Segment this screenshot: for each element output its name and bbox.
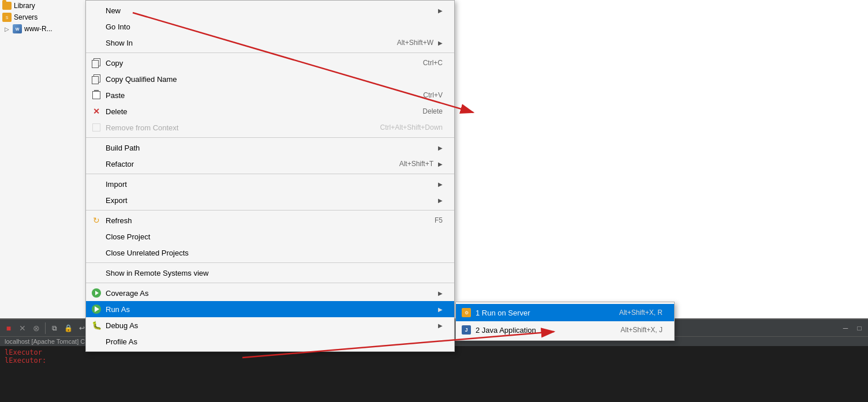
delete-shortcut: Delete xyxy=(422,107,443,115)
maximize-button[interactable]: □ xyxy=(853,322,866,335)
tree-item-www[interactable]: ▷ W www-R... xyxy=(0,23,89,35)
close-project-icon xyxy=(91,231,102,242)
console-line-2: lExecutor: xyxy=(5,356,863,365)
disconnect2-icon: ⊗ xyxy=(33,324,40,333)
separator-2 xyxy=(86,137,454,138)
export-icon xyxy=(91,194,102,206)
menu-close-unrelated-label: Close Unrelated Projects xyxy=(106,249,443,257)
run-on-server-shortcut: Alt+Shift+X, R xyxy=(619,309,663,317)
menu-item-close-project[interactable]: Close Project xyxy=(86,228,454,245)
submenu-item-run-on-server[interactable]: ⚙ 1 Run on Server Alt+Shift+X, R xyxy=(456,304,674,321)
menu-item-delete[interactable]: ✕ Delete Delete xyxy=(86,103,454,119)
run-as-submenu: ⚙ 1 Run on Server Alt+Shift+X, R J 2 Jav… xyxy=(455,302,675,341)
menu-item-export[interactable]: Export ▶ xyxy=(86,192,454,208)
refactor-shortcut: Alt+Shift+T xyxy=(399,160,433,168)
menu-item-new[interactable]: New ▶ xyxy=(86,2,454,18)
tree-item-library-label: Library xyxy=(14,2,35,10)
menu-profile-as-label: Profile As xyxy=(106,337,443,346)
close-unrelated-icon xyxy=(91,247,102,258)
copy-console-button[interactable]: ⧉ xyxy=(48,322,61,335)
menu-paste-label: Paste xyxy=(106,91,406,100)
refactor-arrow-icon: ▶ xyxy=(438,161,443,167)
menu-copy-label: Copy xyxy=(106,59,406,67)
run-on-server-icon: ⚙ xyxy=(461,307,472,318)
build-path-arrow-icon: ▶ xyxy=(438,145,443,151)
menu-item-run-as[interactable]: Run As ▶ xyxy=(86,301,454,317)
show-in-icon xyxy=(91,37,102,48)
tree-item-library[interactable]: Library xyxy=(0,0,89,12)
remove-context-shortcut: Ctrl+Alt+Shift+Down xyxy=(380,123,443,132)
delete-icon: ✕ xyxy=(91,106,102,117)
menu-item-profile-as[interactable]: Profile As xyxy=(86,333,454,350)
menu-refresh-label: Refresh xyxy=(106,216,417,225)
menu-item-refactor[interactable]: Refactor Alt+Shift+T ▶ xyxy=(86,156,454,172)
menu-remove-context-label: Remove from Context xyxy=(106,123,363,132)
export-arrow-icon: ▶ xyxy=(438,197,443,204)
menu-delete-label: Delete xyxy=(106,107,405,116)
menu-run-as-label: Run As xyxy=(106,305,433,314)
minimize-button[interactable]: ─ xyxy=(839,322,852,335)
disconnect-button[interactable]: ✕ xyxy=(16,322,29,335)
menu-item-import[interactable]: Import ▶ xyxy=(86,176,454,192)
run-as-icon xyxy=(91,303,102,315)
maximize-icon: □ xyxy=(857,324,861,332)
stop-button[interactable]: ■ xyxy=(2,322,15,335)
tree-item-servers-label: Servers xyxy=(14,13,38,21)
import-icon xyxy=(91,178,102,190)
run-as-arrow-icon: ▶ xyxy=(438,306,443,313)
tree-item-www-label: www-R... xyxy=(24,25,53,33)
copy-qualified-icon xyxy=(91,73,102,85)
menu-item-show-remote[interactable]: Show in Remote Systems view xyxy=(86,265,454,281)
menu-item-go-into[interactable]: Go Into xyxy=(86,18,454,35)
submenu-item-java-application[interactable]: J 2 Java Application Alt+Shift+X, J xyxy=(456,321,674,339)
show-in-shortcut: Alt+Shift+W xyxy=(397,39,433,47)
disconnect2-button[interactable]: ⊗ xyxy=(30,322,43,335)
menu-item-close-unrelated[interactable]: Close Unrelated Projects xyxy=(86,245,454,261)
www-expand-icon: ▷ xyxy=(2,24,12,33)
menu-coverage-as-label: Coverage As xyxy=(106,289,433,298)
lock-icon: 🔒 xyxy=(64,324,73,332)
import-arrow-icon: ▶ xyxy=(438,181,443,187)
minimize-icon: ─ xyxy=(843,324,848,332)
copy-icon xyxy=(91,57,102,69)
refresh-shortcut: F5 xyxy=(435,216,443,224)
refactor-icon xyxy=(91,158,102,170)
lock-button[interactable]: 🔒 xyxy=(62,322,74,335)
menu-item-refresh[interactable]: ↻ Refresh F5 xyxy=(86,212,454,228)
refresh-icon: ↻ xyxy=(91,215,102,226)
copy-shortcut: Ctrl+C xyxy=(423,59,443,67)
menu-go-into-label: Go Into xyxy=(106,22,443,31)
menu-item-debug-as[interactable]: 🐛 Debug As ▶ xyxy=(86,317,454,333)
separator-6 xyxy=(86,283,454,283)
menu-item-build-path[interactable]: Build Path ▶ xyxy=(86,140,454,156)
submenu-java-app-label: 2 Java Application xyxy=(476,326,620,335)
menu-item-copy-qualified[interactable]: Copy Qualified Name xyxy=(86,71,454,87)
menu-item-remove-context[interactable]: Remove from Context Ctrl+Alt+Shift+Down xyxy=(86,119,454,136)
remove-context-icon xyxy=(91,122,102,133)
coverage-as-icon xyxy=(91,287,102,299)
library-icon xyxy=(2,1,12,10)
menu-item-copy[interactable]: Copy Ctrl+C xyxy=(86,55,454,71)
menu-new-label: New xyxy=(106,6,433,15)
servers-icon: S xyxy=(2,13,12,22)
toolbar-separator-1 xyxy=(45,322,46,334)
menu-item-paste[interactable]: Paste Ctrl+V xyxy=(86,87,454,103)
context-menu: New ▶ Go Into Show In Alt+Shift+W ▶ Copy… xyxy=(85,0,455,352)
debug-as-arrow-icon: ▶ xyxy=(438,322,443,329)
menu-export-label: Export xyxy=(106,196,433,205)
wrap-icon: ↩ xyxy=(79,324,85,332)
submenu-run-on-server-label: 1 Run on Server xyxy=(476,309,619,317)
separator-3 xyxy=(86,174,454,174)
menu-show-in-label: Show In xyxy=(106,39,380,47)
disconnect-icon: ✕ xyxy=(19,324,26,333)
menu-item-show-in[interactable]: Show In Alt+Shift+W ▶ xyxy=(86,35,454,51)
menu-build-path-label: Build Path xyxy=(106,144,433,152)
menu-debug-as-label: Debug As xyxy=(106,321,433,330)
menu-refactor-label: Refactor xyxy=(106,160,382,168)
paste-shortcut: Ctrl+V xyxy=(423,91,443,99)
tree-item-servers[interactable]: S Servers xyxy=(0,12,89,23)
separator-5 xyxy=(86,262,454,263)
show-in-arrow-icon: ▶ xyxy=(438,40,443,46)
new-icon xyxy=(91,5,102,16)
menu-item-coverage-as[interactable]: Coverage As ▶ xyxy=(86,285,454,301)
